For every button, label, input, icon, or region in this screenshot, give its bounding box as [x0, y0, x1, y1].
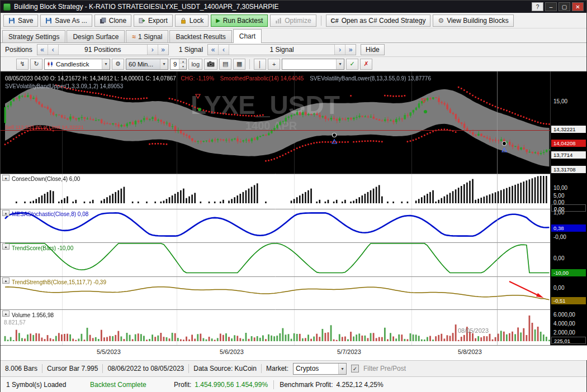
consecdown-tick: 10,00	[553, 185, 567, 191]
spin-up-icon[interactable]: ▲	[179, 59, 186, 64]
benchmark-value: 4.252,12 4,25%	[337, 381, 384, 389]
tab-design-surface[interactable]: Design Surface	[67, 30, 125, 42]
last-signal-button[interactable]: »	[345, 45, 356, 55]
apply-button[interactable]: ✓	[346, 59, 358, 70]
chart-settings-button[interactable]: ⚙	[112, 59, 124, 70]
price-chart-canvas[interactable]	[1, 71, 550, 345]
title-bar: Building Block Strategy - K-RATIO STRATE…	[1, 1, 586, 13]
clone-button[interactable]: Clone	[94, 15, 131, 27]
minimize-button[interactable]: –	[545, 2, 557, 11]
pane-layout-button[interactable]: ▤	[219, 59, 231, 70]
prev-signal-button[interactable]: ‹	[219, 45, 229, 55]
run-backtest-button[interactable]: ▶ Run Backtest	[211, 15, 268, 27]
date-tick: 5/7/2023	[337, 348, 361, 355]
trendstrength-tick: 0,00	[553, 285, 564, 291]
profit-value: 1.454.990,56 1.454,99%	[195, 381, 268, 389]
signal-label: 1 Signal	[179, 46, 203, 54]
sell-order-label: Sell 112.533,80 at Limit 14,32221	[5, 124, 84, 130]
add-indicator-button[interactable]: +	[268, 59, 280, 70]
volume-value-badge: 225,01	[551, 337, 586, 344]
collapse-pane-button[interactable]: ▲	[2, 278, 10, 284]
strategy-marker-tool-button[interactable]: ↯	[16, 59, 29, 70]
cursor-bar: Cursor Bar 7.995	[47, 365, 98, 372]
floppy-icon	[8, 17, 15, 24]
trendscore-value-badge: -10,00	[551, 269, 586, 276]
collapse-pane-button[interactable]: ▲	[2, 310, 10, 317]
profit-label: Profit:	[174, 381, 191, 389]
collapse-pane-button[interactable]: ▲	[2, 175, 10, 181]
filter-prepost-checkbox[interactable]: ✓	[351, 365, 359, 372]
cancel-button[interactable]: ✗	[360, 59, 372, 70]
camera-icon	[207, 61, 215, 67]
date-tick: 5/8/2023	[458, 348, 482, 355]
csharp-icon: C#	[331, 17, 339, 24]
close-button[interactable]: ✕	[572, 2, 584, 11]
optimize-icon	[275, 17, 282, 24]
save-button[interactable]: Save	[3, 15, 38, 27]
tab-signal[interactable]: ≈ 1 Signal	[126, 30, 168, 42]
refresh-chart-button[interactable]: ↻	[30, 59, 42, 70]
grid-layout-button[interactable]: ▦	[233, 59, 245, 70]
bars-count: 8.006 Bars	[5, 365, 37, 372]
chevron-down-icon: ▾	[160, 59, 168, 69]
first-signal-button[interactable]: «	[208, 45, 219, 55]
mesa-tick: 1,00	[553, 209, 564, 216]
export-button[interactable]: Export	[134, 15, 173, 27]
band-upper-legend: SVEVolatilityBandUpper(1,3,3.09,1,2) 14,…	[5, 83, 123, 89]
interval-select[interactable]: 60 Min... ▾	[126, 59, 168, 70]
price-tick: 15,00	[553, 98, 567, 104]
candlestick-icon	[47, 61, 54, 68]
save-as-button[interactable]: Save As ...	[40, 15, 92, 27]
market-select[interactable]: Cryptos ▾	[293, 363, 347, 375]
limit-price-badge: 14,32221	[551, 126, 586, 133]
volume-tick: 2.000,00	[553, 329, 575, 336]
first-position-button[interactable]: «	[37, 45, 48, 55]
lock-icon	[180, 17, 187, 24]
collapse-pane-button[interactable]: ▲	[2, 243, 10, 250]
help-button[interactable]: ?	[532, 2, 543, 11]
mesa-tick: -0,00	[553, 234, 566, 240]
value-axis[interactable]: 15,00 14,32221 14,04208 13,7714 13,31708…	[550, 71, 587, 345]
volume-tick: 4.000,00	[553, 321, 575, 327]
lock-button[interactable]: Lock	[175, 15, 209, 27]
screenshot-button[interactable]	[204, 59, 217, 70]
bar-spacing-stepper[interactable]: 9 ▲ ▼	[170, 59, 187, 70]
date-range: 08/06/2022 to 08/05/2023	[107, 365, 184, 372]
clone-icon	[100, 17, 106, 24]
consecdown-legend: ConsecDown(Close,4) 6,00	[12, 176, 80, 182]
hide-button[interactable]: Hide	[361, 44, 385, 55]
log-scale-button[interactable]: log	[188, 59, 202, 70]
last-position-button[interactable]: »	[158, 45, 168, 55]
window-buttons: ? – ▢ ✕	[532, 2, 584, 11]
tab-strategy-settings[interactable]: Strategy Settings	[2, 30, 65, 42]
positions-label: Positions	[5, 46, 32, 54]
chevron-down-icon: ▾	[102, 59, 110, 69]
benchmark-label: Benchmark Profit:	[280, 381, 333, 389]
symbol-entry-combo[interactable]: ▾	[282, 59, 344, 70]
crosshair-tool-button[interactable]: │	[254, 59, 266, 70]
export-icon	[139, 17, 145, 24]
collapse-pane-button[interactable]: ▲	[2, 210, 10, 216]
next-signal-button[interactable]: ›	[334, 45, 345, 55]
status-bar: 8.006 Bars Cursor Bar 7.995 08/06/2022 t…	[1, 360, 586, 376]
volume-date-note: 08/05/2023	[458, 327, 489, 334]
optimize-button[interactable]: Optimize	[270, 15, 316, 27]
maximize-button[interactable]: ▢	[558, 2, 570, 11]
price-level-badge: 13,7714	[551, 151, 586, 159]
open-csharp-button[interactable]: C# Open as C# Coded Strategy	[326, 15, 431, 27]
consecdown-tick: 5,00	[553, 193, 564, 199]
tab-chart[interactable]: Chart	[233, 29, 262, 43]
spin-down-icon[interactable]: ▼	[179, 64, 186, 69]
next-position-button[interactable]: ›	[147, 45, 158, 55]
chart-type-select[interactable]: Candlestick ▾	[44, 59, 110, 70]
date-tick: 5/6/2023	[220, 348, 244, 355]
data-source: Data Source: KuCoin	[193, 365, 257, 372]
footer-bar: 1 Symbol(s) Loaded Backtest Complete Pro…	[1, 376, 586, 392]
tab-backtest-results[interactable]: Backtest Results	[169, 30, 231, 42]
mesa-value-badge: 0,38	[551, 224, 586, 232]
prev-position-button[interactable]: ‹	[48, 45, 59, 55]
time-axis[interactable]: 5/5/2023 5/6/2023 5/7/2023 5/8/2023	[1, 345, 587, 360]
ohlc-legend: 08/05/2023 04:00 O: 14,21672 H: 14,34912…	[5, 75, 431, 82]
view-building-blocks-button[interactable]: ⚙ View Building Blocks	[433, 15, 513, 27]
market-label: Market:	[266, 365, 288, 372]
